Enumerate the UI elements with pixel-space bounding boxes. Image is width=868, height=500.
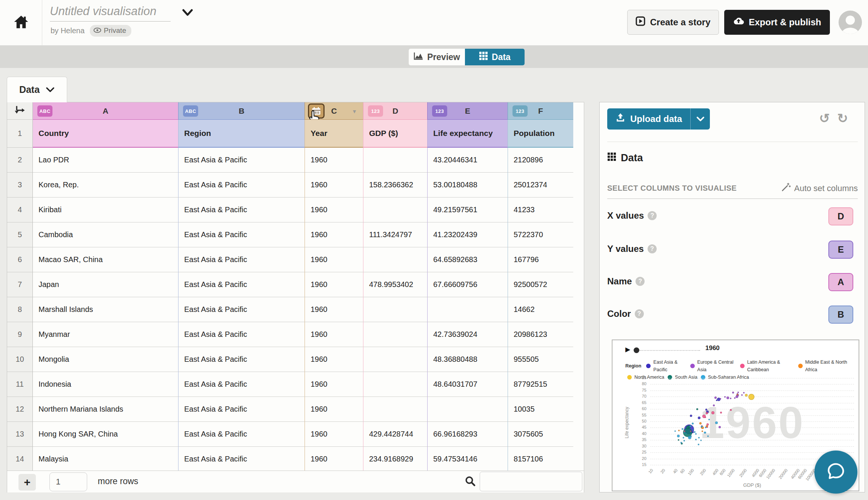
cell-C11[interactable]: 1960 — [305, 372, 363, 397]
column-letter-D[interactable]: 123D — [363, 102, 427, 120]
cell-B7[interactable]: East Asia & Pacific — [178, 272, 305, 297]
row-number-11[interactable]: 11 — [7, 372, 33, 397]
cell-E11[interactable]: 48.64031707 — [427, 372, 508, 397]
sheet-tab-data[interactable]: Data — [7, 77, 67, 102]
cell-B1[interactable]: Region — [178, 120, 305, 148]
cell-F8[interactable]: 14662 — [508, 297, 573, 322]
cell-F9[interactable]: 20986123 — [508, 322, 573, 347]
tab-preview[interactable]: Preview — [409, 49, 465, 65]
row-number-13[interactable]: 13 — [7, 422, 33, 447]
cell-F7[interactable]: 92500572 — [508, 272, 573, 297]
cell-B13[interactable]: East Asia & Pacific — [178, 422, 305, 447]
cell-A12[interactable]: Northern Mariana Islands — [33, 397, 178, 422]
cell-B10[interactable]: East Asia & Pacific — [178, 347, 305, 372]
play-icon[interactable]: ▶ — [625, 346, 630, 353]
column-letter-C[interactable]: ▼C — [305, 102, 363, 120]
cell-B2[interactable]: East Asia & Pacific — [178, 148, 305, 173]
cell-C4[interactable]: 1960 — [305, 198, 363, 222]
cell-A13[interactable]: Hong Kong SAR, China — [33, 422, 178, 447]
cell-E3[interactable]: 53.00180488 — [427, 173, 508, 198]
help-icon[interactable]: ? — [636, 277, 645, 286]
export-publish-button[interactable]: Export & publish — [724, 10, 830, 35]
upload-data-button[interactable]: Upload data — [607, 108, 710, 130]
row-number-4[interactable]: 4 — [7, 198, 33, 222]
title-chevron-down-icon[interactable] — [182, 8, 193, 18]
cell-D1[interactable]: GDP ($) — [363, 120, 427, 148]
column-chip-D[interactable]: D — [828, 207, 853, 225]
cell-C13[interactable]: 1960 — [305, 422, 363, 447]
timeline-slider-track[interactable] — [640, 350, 700, 351]
cell-B3[interactable]: East Asia & Pacific — [178, 173, 305, 198]
cell-A1[interactable]: Country — [33, 120, 178, 148]
cell-F12[interactable]: 10035 — [508, 397, 573, 422]
row-number-14[interactable]: 14 — [7, 447, 33, 471]
cell-D8[interactable] — [363, 297, 427, 322]
cell-C3[interactable]: 1960 — [305, 173, 363, 198]
row-number-12[interactable]: 12 — [7, 397, 33, 422]
cell-E1[interactable]: Life expectancy — [427, 120, 508, 148]
column-menu-caret-icon[interactable]: ▼ — [352, 108, 357, 114]
row-number-9[interactable]: 9 — [7, 322, 33, 347]
cell-F6[interactable]: 167796 — [508, 247, 573, 272]
cell-C6[interactable]: 1960 — [305, 247, 363, 272]
cell-E9[interactable]: 42.73639024 — [427, 322, 508, 347]
column-letter-E[interactable]: 123E — [427, 102, 508, 120]
column-chip-A[interactable]: A — [828, 273, 853, 291]
help-icon[interactable]: ? — [648, 211, 657, 220]
search-icon[interactable] — [465, 475, 476, 488]
cell-D11[interactable] — [363, 372, 427, 397]
auto-set-columns-button[interactable]: Auto set columns — [781, 182, 858, 194]
cell-A11[interactable]: Indonesia — [33, 372, 178, 397]
chat-button[interactable] — [814, 451, 857, 494]
cell-A3[interactable]: Korea, Rep. — [33, 173, 178, 198]
cell-A7[interactable]: Japan — [33, 272, 178, 297]
cell-E8[interactable] — [427, 297, 508, 322]
cell-C5[interactable]: 1960 — [305, 222, 363, 247]
table-corner-cell[interactable] — [7, 102, 33, 120]
row-number-3[interactable]: 3 — [7, 173, 33, 198]
cell-F1[interactable]: Population — [508, 120, 573, 148]
row-number-7[interactable]: 7 — [7, 272, 33, 297]
cell-B9[interactable]: East Asia & Pacific — [178, 322, 305, 347]
undo-button[interactable]: ↺ — [819, 111, 830, 126]
cell-A5[interactable]: Cambodia — [33, 222, 178, 247]
row-number-5[interactable]: 5 — [7, 222, 33, 247]
cell-A4[interactable]: Kiribati — [33, 198, 178, 222]
cell-A2[interactable]: Lao PDR — [33, 148, 178, 173]
row-number-1[interactable]: 1 — [7, 120, 33, 148]
cell-B8[interactable]: East Asia & Pacific — [178, 297, 305, 322]
cell-F4[interactable]: 41233 — [508, 198, 573, 222]
cell-E13[interactable]: 66.96168293 — [427, 422, 508, 447]
row-number-8[interactable]: 8 — [7, 297, 33, 322]
cell-C7[interactable]: 1960 — [305, 272, 363, 297]
cell-A14[interactable]: Malaysia — [33, 447, 178, 471]
cell-E12[interactable] — [427, 397, 508, 422]
cell-F5[interactable]: 5722370 — [508, 222, 573, 247]
cell-B12[interactable]: East Asia & Pacific — [178, 397, 305, 422]
cell-B5[interactable]: East Asia & Pacific — [178, 222, 305, 247]
cell-B14[interactable]: East Asia & Pacific — [178, 447, 305, 471]
cell-D5[interactable]: 111.3424797 — [363, 222, 427, 247]
sheet-tab-chevron-down-icon[interactable] — [46, 84, 55, 95]
cell-E2[interactable]: 43.20446341 — [427, 148, 508, 173]
home-button[interactable] — [0, 0, 42, 45]
cell-D7[interactable]: 478.9953402 — [363, 272, 427, 297]
cell-B4[interactable]: East Asia & Pacific — [178, 198, 305, 222]
cell-C1[interactable]: Year — [305, 120, 363, 148]
create-story-button[interactable]: Create a story — [627, 10, 719, 35]
cell-F2[interactable]: 2120896 — [508, 148, 573, 173]
cell-A8[interactable]: Marshall Islands — [33, 297, 178, 322]
cell-C9[interactable]: 1960 — [305, 322, 363, 347]
cell-D4[interactable] — [363, 198, 427, 222]
cell-D9[interactable] — [363, 322, 427, 347]
add-rows-count-input[interactable] — [49, 472, 87, 491]
avatar[interactable] — [839, 11, 862, 34]
column-letter-A[interactable]: ABCA — [33, 102, 178, 120]
cell-F11[interactable]: 87792515 — [508, 372, 573, 397]
cell-E4[interactable]: 49.21597561 — [427, 198, 508, 222]
cell-A10[interactable]: Mongolia — [33, 347, 178, 372]
cell-C8[interactable]: 1960 — [305, 297, 363, 322]
cell-C14[interactable]: 1960 — [305, 447, 363, 471]
cell-E7[interactable]: 67.66609756 — [427, 272, 508, 297]
cell-C10[interactable]: 1960 — [305, 347, 363, 372]
